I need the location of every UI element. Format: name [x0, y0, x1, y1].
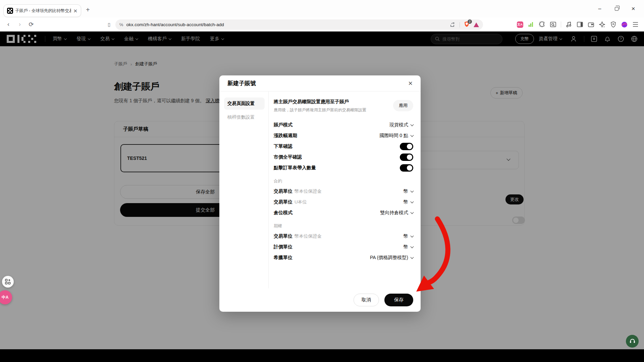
brave-shield-icon[interactable]: 2: [464, 21, 470, 28]
url-text[interactable]: okx.com/zh-hant/account/sub-account/batc…: [126, 22, 450, 27]
forward-icon[interactable]: ›: [14, 21, 25, 28]
support-chat-button[interactable]: [626, 335, 639, 348]
site-settings-icon[interactable]: ℅: [119, 22, 123, 27]
apply-permissions-row: 將主賬戶交易權限設置應用至子賬戶 應用後，該子賬戶將複用主賬戶當前的交易權限設置…: [274, 99, 413, 113]
window-minimize-icon[interactable]: –: [596, 5, 603, 12]
browser-tab[interactable]: 子賬戶 - 全球領先的比特幣交易 ✕: [3, 4, 81, 17]
brave-rewards-icon[interactable]: [474, 22, 479, 27]
row-value: 國際時間 0 點: [379, 133, 408, 139]
headset-icon: [629, 338, 636, 344]
section-heading: 合約: [274, 178, 413, 184]
modal-form-row: 交易單位U本位 幣: [274, 197, 413, 207]
modal-form-row: 希臘單位 PA (價格調整模型): [274, 252, 413, 263]
row-value: 雙向持倉模式: [380, 210, 408, 216]
row-label: 交易單位: [274, 233, 292, 239]
row-select[interactable]: 現貨模式: [389, 122, 413, 128]
sparkle-extension-icon[interactable]: [599, 21, 605, 28]
back-icon[interactable]: ‹: [3, 21, 14, 28]
row-select[interactable]: 雙向持倉模式: [380, 210, 413, 216]
okx-favicon: [7, 8, 13, 14]
tab-close-icon[interactable]: ✕: [73, 8, 77, 13]
cancel-button[interactable]: 取消: [354, 294, 379, 306]
apps-grid-icon: [5, 279, 11, 285]
row-sublabel: 幣本位保證金: [294, 189, 322, 194]
search-window-extension-icon[interactable]: [550, 21, 556, 28]
modal-tab-label: 交易頁面設置: [227, 101, 255, 107]
sidebar-extension-icon[interactable]: [577, 21, 583, 28]
apply-subtitle: 應用後，該子賬戶將複用主賬戶當前的交易權限設置: [274, 107, 388, 113]
row-label: 點擊訂單表帶入數量: [274, 165, 316, 170]
row-toggle[interactable]: [400, 164, 413, 172]
window-restore-icon[interactable]: [613, 5, 620, 12]
widgets-float-button[interactable]: [2, 276, 14, 288]
stats-extension-icon[interactable]: [528, 21, 534, 28]
row-select[interactable]: 國際時間 0 點: [379, 133, 413, 139]
tab-title: 子賬戶 - 全球領先的比特幣交易: [15, 8, 71, 14]
row-select[interactable]: 幣: [404, 188, 413, 194]
row-toggle[interactable]: [400, 154, 413, 161]
modal-form-row: 漲跌幅週期 國際時間 0 點: [274, 130, 413, 141]
close-icon[interactable]: ×: [408, 80, 413, 87]
wallet-extension-icon[interactable]: [588, 21, 594, 28]
row-value: 現貨模式: [389, 122, 408, 128]
row-toggle[interactable]: [400, 143, 413, 150]
modal-form-row: 點擊訂單表帶入數量: [274, 163, 413, 173]
section-rows: 賬戶模式 現貨模式 漲跌幅週期 國際時間 0 點 下單確認: [274, 120, 413, 173]
music-extension-icon[interactable]: [566, 21, 572, 28]
shield-badge: 2: [468, 19, 472, 24]
apply-button[interactable]: 應用: [393, 100, 413, 111]
row-value: 幣: [404, 233, 408, 239]
create-subaccount-modal: 新建子賬號 × 交易頁面設置 槓桿倍數設置 將主賬戶交易權限設置應用至子賬戶 應…: [219, 75, 421, 312]
row-select[interactable]: PA (價格調整模型): [370, 255, 413, 261]
apply-title: 將主賬戶交易權限設置應用至子賬戶: [274, 99, 388, 105]
modal-header: 新建子賬號 ×: [219, 75, 421, 92]
translate-extension-icon[interactable]: 文A: [517, 21, 523, 28]
vpn-shield-extension-icon[interactable]: [610, 21, 616, 28]
modal-tab-label: 槓桿倍數設置: [227, 114, 255, 120]
row-label: 交易單位: [274, 188, 292, 194]
modal-form-row: 市價全平確認: [274, 152, 413, 163]
browser-titlebar: 子賬戶 - 全球領先的比特幣交易 ✕ + – ×: [0, 0, 644, 17]
modal-tab[interactable]: 槓桿倍數設置: [224, 111, 265, 123]
modal-section: 合約 交易單位幣本位保證金 幣 交易單位U本位 幣 倉位模式: [274, 178, 413, 218]
row-label: 市價全平確認: [274, 154, 302, 160]
share-icon[interactable]: [450, 22, 455, 27]
modal-sidebar: 交易頁面設置 槓桿倍數設置: [219, 92, 268, 288]
modal-content: 將主賬戶交易權限設置應用至子賬戶 應用後，該子賬戶將複用主賬戶當前的交易權限設置…: [268, 92, 421, 288]
modal-tab[interactable]: 交易頁面設置: [224, 98, 265, 110]
chevron-down-icon: [411, 234, 414, 237]
row-sublabel: 幣本位保證金: [294, 234, 322, 239]
row-label: 倉位模式: [274, 210, 292, 215]
modal-form-row: 下單確認: [274, 141, 413, 152]
row-label: 下單確認: [274, 143, 292, 149]
row-select[interactable]: 幣: [404, 199, 413, 205]
row-value: PA (價格調整模型): [370, 255, 408, 261]
window-close-icon[interactable]: ×: [630, 5, 637, 12]
chevron-down-icon: [411, 189, 414, 192]
browser-menu-icon[interactable]: [632, 21, 639, 28]
extensions-puzzle-icon[interactable]: [539, 21, 545, 28]
section-rows: 交易單位幣本位保證金 幣 計價單位 幣 希臘單位 PA (價格調整模型): [274, 231, 413, 263]
row-value: 幣: [404, 244, 408, 250]
save-button[interactable]: 保存: [384, 294, 413, 306]
chevron-down-icon: [411, 200, 414, 203]
bookmark-icon[interactable]: ▯: [103, 22, 115, 27]
address-bar[interactable]: ℅ okx.com/zh-hant/account/sub-account/ba…: [115, 19, 483, 30]
screen: 子賬戶 - 全球領先的比特幣交易 ✕ + – × ‹ › ⟳ ▯ ℅ okx.c…: [0, 0, 644, 362]
row-select[interactable]: 幣: [404, 244, 413, 250]
section-rows: 交易單位幣本位保證金 幣 交易單位U本位 幣 倉位模式 雙向持倉模式: [274, 186, 413, 218]
row-label: 計價單位: [274, 244, 292, 249]
reload-icon[interactable]: ⟳: [25, 21, 37, 28]
chevron-down-icon: [411, 123, 414, 126]
row-value: 幣: [404, 188, 408, 194]
row-select[interactable]: 幣: [404, 233, 413, 239]
purple-globe-extension-icon[interactable]: [621, 21, 628, 28]
row-label: 漲跌幅週期: [274, 133, 297, 138]
modal-form: 賬戶模式 現貨模式 漲跌幅週期 國際時間 0 點 下單確認: [274, 120, 413, 263]
row-label: 希臘單位: [274, 255, 292, 260]
chevron-down-icon: [411, 210, 414, 214]
modal-form-row: 倉位模式 雙向持倉模式: [274, 207, 413, 218]
new-tab-button[interactable]: +: [86, 6, 90, 14]
modal-form-row: 交易單位幣本位保證金 幣: [274, 231, 413, 242]
chevron-down-icon: [411, 245, 414, 248]
